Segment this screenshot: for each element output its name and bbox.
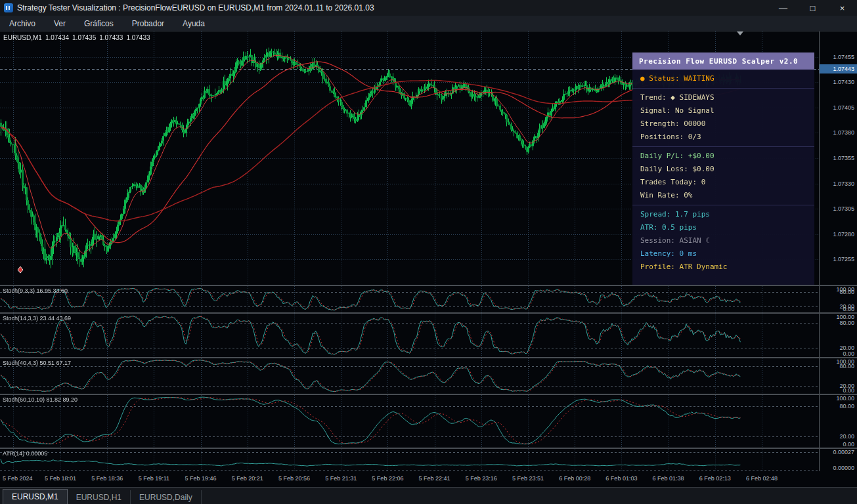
time-axis-label: 5 Feb 23:51 xyxy=(512,475,544,482)
time-axis-label: 6 Feb 02:13 xyxy=(699,475,731,482)
price-axis-label: 1.07280 xyxy=(833,231,854,238)
time-axis-label: 5 Feb 22:06 xyxy=(372,475,403,482)
time-axis-label: 5 Feb 21:31 xyxy=(325,475,357,482)
indicator-scale[interactable]: 100.0080.0020.000.00 xyxy=(819,286,857,312)
indicator-scale[interactable]: 100.0080.0020.000.00 xyxy=(819,358,857,394)
indicator-axis-label: 80.00 xyxy=(839,363,854,369)
indicator-label: Stoch(14,3,3) 23.44 43.69 xyxy=(3,315,71,322)
stochastic-canvas[interactable] xyxy=(0,358,819,394)
indicator-label: Stoch(9,3,3) 16.95 33.60 xyxy=(3,287,68,294)
stochastic-plot: Stoch(14,3,3) 23.44 43.69 xyxy=(0,314,819,357)
time-axis-label: 6 Feb 01:03 xyxy=(605,475,637,482)
indicator-axis-label: 100.00 xyxy=(836,395,854,402)
ohlc-close: 1.07433 xyxy=(126,34,150,41)
minimize-button[interactable]: — xyxy=(768,0,798,16)
time-axis-label: 5 Feb 20:56 xyxy=(278,475,310,482)
ea-row-daily-loss: Daily Loss: $0.00 xyxy=(632,163,814,176)
chart-tabs-bar: EURUSD,M1EURUSD,H1EURUSD,Daily xyxy=(0,487,857,504)
menu-bar: ArchivoVerGráficosProbadorAyuda xyxy=(0,16,857,32)
stochastic-canvas[interactable] xyxy=(0,286,819,312)
time-axis-label: 6 Feb 00:28 xyxy=(559,475,590,482)
indicator-axis-label: 0.00 xyxy=(843,441,854,448)
indicator-axis-label: 80.00 xyxy=(839,403,854,410)
ea-row-session: Session: ASIAN ☾ xyxy=(632,234,814,247)
chart-symbol-period: EURUSD,M1 xyxy=(3,34,42,41)
atr-canvas[interactable] xyxy=(0,449,819,471)
chart-shift-marker xyxy=(737,32,743,35)
time-axis-label: 5 Feb 20:21 xyxy=(232,475,263,482)
menu-item-probador[interactable]: Probador xyxy=(123,16,173,31)
ea-row-latency: Latency: 0 ms xyxy=(632,247,814,261)
indicator-label: ATR(14) 0.00005 xyxy=(3,450,47,457)
time-scale[interactable]: 5 Feb 20245 Feb 18:015 Feb 18:365 Feb 19… xyxy=(0,471,857,487)
ohlc-high: 1.07435 xyxy=(72,34,96,41)
indicator-axis-label: 20.00 xyxy=(839,433,854,440)
atr-plot: ATR(14) 0.00005 xyxy=(0,449,819,471)
indicator-scale[interactable]: 100.0080.0020.000.00 xyxy=(819,314,857,357)
stochastic-canvas[interactable] xyxy=(0,314,819,357)
menu-item-ayuda[interactable]: Ayuda xyxy=(173,16,214,31)
time-axis-label: 5 Feb 18:01 xyxy=(45,475,76,482)
window-controls: — □ × xyxy=(768,0,857,16)
main-chart-window: EURUSD,M11.074341.074351.074331.07433 Pr… xyxy=(0,32,857,285)
title-bar-left: Strategy Tester Visualization : Precisio… xyxy=(4,3,374,12)
time-axis-label: 5 Feb 18:36 xyxy=(91,475,123,482)
stochastic-plot: Stoch(40,4,3) 50.51 67.17 xyxy=(0,358,819,394)
current-price-tag: 1.07443 xyxy=(820,64,857,74)
window-title: Strategy Tester Visualization : Precisio… xyxy=(17,3,374,12)
menu-item-graficos[interactable]: Gráficos xyxy=(75,16,123,31)
price-axis-label: 1.07455 xyxy=(833,54,854,60)
stochastic-canvas[interactable] xyxy=(0,395,819,448)
chart-ohlc-label: EURUSD,M11.074341.074351.074331.07433 xyxy=(3,34,154,41)
price-axis-label: 1.07405 xyxy=(833,104,854,111)
chart-area: EURUSD,M11.074341.074351.074331.07433 Pr… xyxy=(0,32,857,471)
maximize-button[interactable]: □ xyxy=(798,0,827,16)
tab-eurusd-daily[interactable]: EURUSD,Daily xyxy=(131,490,202,504)
price-axis-label: 1.07330 xyxy=(833,180,854,187)
indicator-axis-label: 0.00 xyxy=(843,387,854,394)
indicator-label: Stoch(60,10,10) 81.82 89.20 xyxy=(3,396,77,403)
time-axis-label: 5 Feb 22:41 xyxy=(419,475,450,482)
time-axis-label: 5 Feb 23:16 xyxy=(466,475,497,482)
price-axis-label: 1.07305 xyxy=(833,205,854,212)
ea-row-trades-today: Trades Today: 0 xyxy=(632,176,814,189)
ohlc-open: 1.07434 xyxy=(45,34,69,41)
menu-item-ver[interactable]: Ver xyxy=(45,16,75,31)
ea-row-spread: Spread: 1.7 pips xyxy=(632,208,814,221)
ea-panel-title: Precision Flow EURUSD Scalper v2.0 xyxy=(632,52,814,70)
stochastic-plot: Stoch(9,3,3) 16.95 33.60 xyxy=(0,286,819,312)
indicator-label: Stoch(40,4,3) 50.51 67.17 xyxy=(3,360,71,366)
time-axis-label: 5 Feb 19:46 xyxy=(185,475,217,482)
ea-row-signal: Signal: No Signal xyxy=(632,104,814,117)
ea-panel-divider xyxy=(632,146,814,147)
price-scale[interactable]: 1.074551.074301.074051.073801.073551.073… xyxy=(819,32,857,285)
time-axis-label: 5 Feb 2024 xyxy=(3,475,33,482)
indicator-scale[interactable]: 0.000270.00000 xyxy=(819,449,857,471)
tab-eurusd-m1[interactable]: EURUSD,M1 xyxy=(3,489,68,504)
ohlc-low: 1.07433 xyxy=(99,34,123,41)
price-axis-label: 1.07355 xyxy=(833,155,854,161)
title-bar[interactable]: Strategy Tester Visualization : Precisio… xyxy=(0,0,857,16)
close-button[interactable]: × xyxy=(827,0,857,16)
ea-info-panel: Precision Flow EURUSD Scalper v2.0 ● Sta… xyxy=(632,52,814,285)
ea-row-strength: Strength: 00000 xyxy=(632,117,814,131)
ea-panel-body: ● Status: WAITINGTrend: ◆ SIDEWAYSSignal… xyxy=(632,70,814,274)
time-axis-label: 5 Feb 19:11 xyxy=(139,475,169,482)
app-icon xyxy=(4,3,13,12)
main-chart-plot: EURUSD,M11.074341.074351.074331.07433 Pr… xyxy=(0,32,819,285)
indicator-axis-label: 80.00 xyxy=(839,289,854,295)
stochastic-window: Stoch(60,10,10) 81.82 89.20100.0080.0020… xyxy=(0,395,857,448)
indicator-axis-label: 0.00 xyxy=(843,306,854,312)
stochastic-window: Stoch(14,3,3) 23.44 43.69100.0080.0020.0… xyxy=(0,314,857,357)
time-axis-label: 6 Feb 01:38 xyxy=(653,475,684,482)
ea-panel-divider xyxy=(632,205,814,205)
tab-eurusd-h1[interactable]: EURUSD,H1 xyxy=(68,490,131,504)
indicator-scale[interactable]: 100.0080.0020.000.00 xyxy=(819,395,857,448)
atr-window: ATR(14) 0.000050.000270.00000 xyxy=(0,449,857,471)
price-axis-label: 1.07380 xyxy=(833,129,854,136)
menu-item-archivo[interactable]: Archivo xyxy=(0,16,45,31)
stochastic-window: Stoch(40,4,3) 50.51 67.17100.0080.0020.0… xyxy=(0,358,857,394)
indicator-axis-label: 0.00027 xyxy=(833,449,854,455)
ea-row-daily-pl: Daily P/L: +$0.00 xyxy=(632,150,814,163)
ea-row-win-rate: Win Rate: 0% xyxy=(632,189,814,202)
